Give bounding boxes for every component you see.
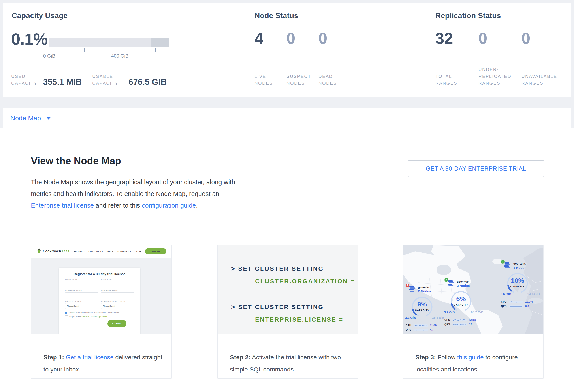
under-replicated-ranges-value: 0 bbox=[478, 30, 521, 47]
first-name-input bbox=[65, 281, 98, 287]
capacity-used: 3.2 GiB bbox=[405, 316, 416, 319]
cpu-sparkline bbox=[453, 318, 467, 321]
node-map-dropdown[interactable]: Node Map bbox=[10, 114, 41, 122]
qps-sparkline bbox=[414, 329, 428, 331]
capacity-axis-mid: 400 GiB bbox=[107, 53, 133, 59]
checkbox-unchecked-icon bbox=[65, 316, 68, 318]
qps-sparkline bbox=[453, 323, 467, 326]
company-name-input bbox=[65, 292, 98, 298]
unavailable-ranges-value: 0 bbox=[521, 30, 565, 47]
capacity-bar-non-usable-segment bbox=[151, 38, 169, 47]
form-checkboxes: I would like to receive email updates ab… bbox=[65, 312, 134, 318]
node-status-labels: Live Nodes Suspect Nodes Dead Nodes bbox=[254, 69, 350, 87]
node-status-values: 4 0 0 bbox=[254, 30, 350, 47]
capacity-used-percent: 0.1% bbox=[11, 30, 48, 49]
field-last-name: LAST NAME bbox=[101, 279, 134, 287]
nav-item-customers: CUSTOMERS bbox=[88, 250, 103, 252]
node-count: 1 Node bbox=[513, 266, 526, 269]
this-guide-link[interactable]: this guide bbox=[457, 354, 484, 361]
used-capacity-label: Used Capacity bbox=[11, 73, 40, 87]
nav-item-resources: RESOURCES bbox=[117, 250, 131, 252]
cockroach-labs-logo: Cockroach LABS bbox=[36, 248, 69, 254]
project-phase-select: Please Select bbox=[65, 303, 98, 309]
capacity-gauge: 10% CAPACITY 3.6 GiB 34.4 GiB bbox=[505, 271, 530, 296]
intro-text-3: . bbox=[196, 202, 198, 209]
capacity-bar-track bbox=[49, 38, 169, 47]
usable-capacity-value: 676.5 GiB bbox=[128, 78, 167, 87]
mini-site-nav-links: PRODUCT CUSTOMERS DOCS RESOURCES BLOG DO… bbox=[74, 248, 166, 254]
healthy-badge: ✓ bbox=[445, 278, 448, 282]
nav-item-product: PRODUCT bbox=[74, 250, 85, 252]
locality-name: geo=nyc bbox=[457, 280, 470, 283]
capacity-total: 35.1 GiB bbox=[432, 316, 445, 319]
submit-button: SUBMIT bbox=[107, 320, 126, 327]
qps-sparkline bbox=[509, 305, 523, 308]
database-nodes-icon: 1 bbox=[407, 285, 416, 294]
capacity-percent: 10% bbox=[505, 277, 530, 284]
node-cluster-ams: ✓ geo=ams 1 Node 10% CAPACITY 3.6 bbox=[503, 262, 543, 308]
locality-name: geo=sfo bbox=[418, 285, 431, 289]
mini-site-body: Register for a 30-day trial license FIRS… bbox=[31, 258, 171, 334]
node-map-preview: 1 geo=sfo 2 Nodes 9% CAPACITY 3.2 bbox=[403, 245, 543, 334]
replication-status-labels: Total Ranges Under-replicated Ranges Una… bbox=[435, 69, 565, 87]
enterprise-trial-button[interactable]: GET A 30-DAY ENTERPRISE TRIAL bbox=[408, 160, 544, 177]
total-ranges-label: Total Ranges bbox=[435, 73, 475, 87]
form-fields: FIRST NAME LAST NAME COMPANY NAME C bbox=[65, 279, 134, 309]
node-cluster-sfo: 1 geo=sfo 2 Nodes 9% CAPACITY 3.2 bbox=[407, 285, 449, 331]
reason-select: Please Select bbox=[101, 303, 134, 309]
field-project-phase: PROJECT PHASE Please Select bbox=[65, 300, 98, 309]
nav-item-docs: DOCS bbox=[107, 250, 113, 252]
capacity-total: 65.7 GiB bbox=[471, 310, 483, 314]
enterprise-trial-license-link[interactable]: Enterprise trial license bbox=[31, 202, 94, 209]
step1-card: Cockroach LABS PRODUCT CUSTOMERS DOCS RE… bbox=[31, 245, 172, 379]
capacity-gauge: 9% CAPACITY 3.2 GiB 35.1 GiB bbox=[410, 295, 434, 319]
cpu-metric-row: CPU 11.0% bbox=[406, 324, 449, 327]
form-title: Register for a 30-day trial license bbox=[65, 272, 134, 276]
live-nodes-label: Live Nodes bbox=[254, 73, 284, 87]
node-map-intro-section: View the Node Map The Node Map shows the… bbox=[0, 128, 574, 392]
sql-setting-2: ENTERPRISE.LICENSE = bbox=[255, 316, 358, 323]
dead-nodes-value: 0 bbox=[318, 30, 350, 47]
qps-metric-row: QPS 4.7 bbox=[406, 328, 449, 331]
mini-site-navbar: Cockroach LABS PRODUCT CUSTOMERS DOCS RE… bbox=[31, 245, 171, 258]
last-name-input bbox=[101, 281, 134, 287]
capacity-total: 34.4 GiB bbox=[527, 292, 540, 296]
software-license-agreement-link: Software License Agreement. bbox=[82, 316, 108, 318]
intro-text-1: The Node Map shows the geographical layo… bbox=[31, 179, 235, 197]
configuration-guide-link[interactable]: configuration guide bbox=[142, 202, 196, 209]
field-company-email: COMPANY EMAIL bbox=[101, 289, 134, 298]
qps-metric-row: QPS 0.0 bbox=[445, 323, 488, 326]
live-nodes-value: 4 bbox=[254, 30, 287, 47]
chevron-down-icon[interactable] bbox=[46, 117, 51, 120]
field-company-name: COMPANY NAME bbox=[65, 289, 98, 298]
capacity-label: CAPACITY bbox=[505, 285, 530, 288]
usable-capacity-label: Usable Capacity bbox=[92, 73, 125, 87]
step1-caption: Step 1: Get a trial license delivered st… bbox=[31, 334, 171, 375]
unavailable-ranges-label: Unavailable Ranges bbox=[521, 73, 561, 87]
suspect-nodes-label: Suspect Nodes bbox=[287, 73, 316, 87]
database-nodes-icon: ✓ bbox=[503, 262, 512, 270]
section-divider bbox=[31, 231, 544, 231]
field-first-name: FIRST NAME bbox=[65, 279, 98, 287]
step3-card: 1 geo=sfo 2 Nodes 9% CAPACITY 3.2 bbox=[403, 245, 544, 379]
step2-caption: Step 2: Activate the trial license with … bbox=[218, 334, 358, 375]
step3-caption: Step 3: Follow this guide to configure l… bbox=[403, 334, 543, 375]
trial-license-form: Register for a 30-day trial license FIRS… bbox=[59, 268, 140, 334]
intro-text-2: and refer to this bbox=[94, 202, 142, 209]
brand-suffix: LABS bbox=[62, 250, 69, 253]
company-email-input bbox=[101, 292, 134, 298]
cpu-sparkline bbox=[414, 324, 428, 327]
suspect-nodes-value: 0 bbox=[287, 30, 318, 47]
license-agreement-checkbox-row: I agree to the Software License Agreemen… bbox=[65, 316, 134, 318]
download-button: DOWNLOAD bbox=[145, 248, 166, 254]
capacity-percent: 6% bbox=[449, 295, 473, 302]
capacity-axis-start: 0 GiB bbox=[36, 53, 62, 59]
node-count: 2 Nodes bbox=[418, 289, 431, 293]
get-trial-license-link[interactable]: Get a trial license bbox=[66, 354, 113, 361]
capacity-gauge: 6% CAPACITY 3.7 GiB 65.7 GiB bbox=[449, 289, 473, 314]
error-badge: 1 bbox=[406, 283, 409, 287]
brand-name: Cockroach bbox=[43, 249, 61, 253]
sql-statement-2: > SET CLUSTER SETTING bbox=[231, 304, 358, 311]
sql-setting-1: CLUSTER.ORGANIZATION = bbox=[255, 278, 358, 285]
checkbox-checked-icon bbox=[65, 312, 67, 314]
